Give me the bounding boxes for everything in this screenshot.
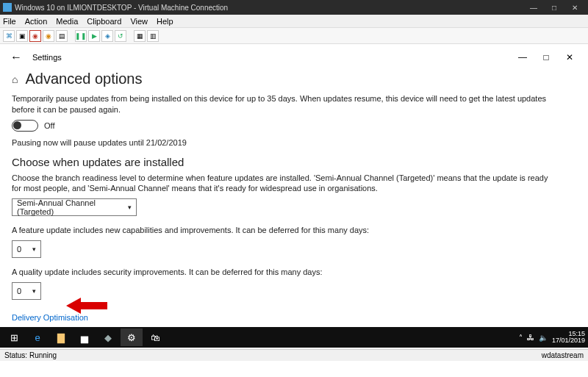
vm-menubar: File Action Media Clipboard View Help (0, 15, 588, 28)
home-icon[interactable]: ⌂ (12, 73, 18, 85)
taskbar: ⊞ e ▇ ▅ ◆ ⚙ 🛍 ˄ 🖧 🔈 15:15 17/01/2019 (0, 327, 588, 348)
tb-shutdown-icon[interactable]: ◉ (43, 30, 54, 42)
tb-revert-icon[interactable]: ↺ (115, 30, 126, 42)
tb-save-icon[interactable]: ▤ (56, 30, 68, 42)
tb-sep (69, 30, 74, 42)
taskbar-explorer-icon[interactable]: ▇ (50, 328, 72, 346)
settings-minimize-button[interactable]: — (514, 52, 531, 62)
chevron-down-icon: ▾ (32, 245, 36, 253)
taskbar-store-icon[interactable]: 🛍 (144, 328, 166, 346)
tb-enhanced-icon[interactable]: ▦ (134, 30, 146, 42)
quality-defer-value: 0 (17, 287, 21, 295)
vm-minimize-button[interactable]: — (523, 4, 544, 12)
taskbar-app-icon[interactable]: ◆ (97, 328, 119, 346)
vm-maximize-button[interactable]: □ (544, 4, 564, 12)
tb-pause-icon[interactable]: ❚❚ (75, 30, 87, 42)
menu-file[interactable]: File (3, 17, 16, 26)
pause-updates-toggle[interactable] (12, 120, 38, 132)
vm-titlebar: Windows 10 on ILMIONTDESKTOP - Virtual M… (0, 0, 588, 15)
tb-turnoff-icon[interactable]: ◉ (29, 30, 41, 42)
feature-defer-label: A feature update includes new capabiliti… (12, 225, 556, 236)
pause-until-text: Pausing now will pause updates until 21/… (12, 137, 556, 148)
vm-title: Windows 10 on ILMIONTDESKTOP - Virtual M… (15, 4, 523, 12)
guest-screen: ← Settings — □ ✕ ⌂ Advanced options Temp… (0, 44, 588, 361)
vm-status-right: wdatastream (542, 351, 584, 359)
menu-action[interactable]: Action (25, 17, 48, 26)
back-button[interactable]: ← (10, 51, 22, 64)
vm-toolbar: ⌘ ▣ ◉ ◉ ▤ ❚❚ ▶ ◈ ↺ ▦ ▥ (0, 28, 588, 44)
tray-clock[interactable]: 15:15 17/01/2019 (552, 331, 585, 344)
menu-view[interactable]: View (130, 17, 148, 26)
tb-sep2 (128, 30, 132, 42)
tb-share-icon[interactable]: ▥ (147, 30, 159, 42)
menu-clipboard[interactable]: Clipboard (87, 17, 121, 26)
branch-readiness-value: Semi-Annual Channel (Targeted) (17, 198, 123, 216)
pause-description: Temporarily pause updates from being ins… (12, 93, 556, 115)
quality-defer-dropdown[interactable]: 0 ▾ (12, 282, 41, 300)
tb-start-icon[interactable]: ▣ (16, 30, 28, 42)
chevron-down-icon: ▾ (128, 204, 132, 211)
vm-app-icon (3, 3, 12, 12)
page-title: Advanced options (25, 71, 142, 87)
tb-reset-icon[interactable]: ▶ (88, 30, 100, 42)
choose-description: Choose the branch readiness level to det… (12, 173, 556, 195)
taskbar-terminal-icon[interactable]: ▅ (74, 328, 96, 346)
choose-heading: Choose when updates are installed (12, 156, 576, 168)
chevron-down-icon: ▾ (32, 287, 36, 295)
tray-volume-icon[interactable]: 🔈 (539, 334, 548, 342)
menu-media[interactable]: Media (56, 17, 78, 26)
tray-overflow-icon[interactable]: ˄ (519, 334, 523, 342)
tb-ctrl-alt-del-icon[interactable]: ⌘ (3, 30, 15, 42)
settings-close-button[interactable]: ✕ (562, 52, 578, 62)
feature-defer-dropdown[interactable]: 0 ▾ (12, 240, 41, 258)
settings-maximize-button[interactable]: □ (538, 52, 554, 62)
taskbar-edge-icon[interactable]: e (26, 328, 49, 346)
toggle-state-label: Off (44, 121, 54, 130)
tb-checkpoint-icon[interactable]: ◈ (101, 30, 113, 42)
settings-label: Settings (32, 53, 62, 62)
vm-status-text: Status: Running (4, 351, 57, 359)
vm-status-bar: Status: Running wdatastream (0, 349, 588, 361)
annotation-arrow-icon (66, 296, 107, 315)
tray-date: 17/01/2019 (552, 337, 585, 344)
menu-help[interactable]: Help (157, 17, 173, 26)
vm-close-button[interactable]: ✕ (564, 4, 585, 12)
svg-marker-0 (66, 298, 107, 314)
tray-network-icon[interactable]: 🖧 (527, 334, 534, 342)
start-button[interactable]: ⊞ (3, 328, 25, 346)
branch-readiness-dropdown[interactable]: Semi-Annual Channel (Targeted) ▾ (12, 198, 137, 216)
taskbar-settings-icon[interactable]: ⚙ (121, 328, 143, 346)
quality-defer-label: A quality update includes security impro… (12, 267, 556, 278)
feature-defer-value: 0 (17, 245, 21, 254)
settings-window-header: ← Settings — □ ✕ (0, 44, 588, 68)
